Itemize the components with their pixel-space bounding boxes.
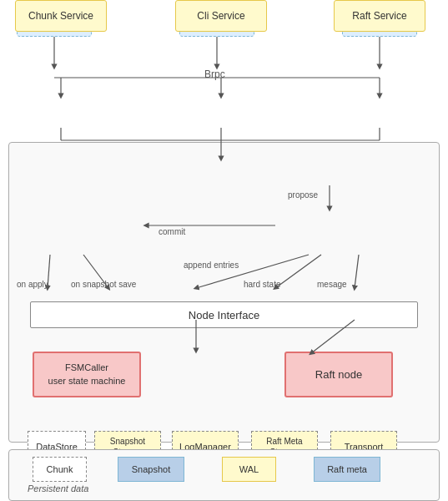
- chunk-service-box: Chunk Service: [15, 0, 107, 32]
- raft-meta-data-label: Raft meta: [327, 464, 367, 474]
- persistent-section: Chunk Snapshot WAL Raft meta Persistent …: [8, 449, 440, 501]
- append-entries-label: append entries: [184, 261, 239, 270]
- propose-label: propose: [288, 190, 318, 200]
- cli-service-label: Cli Service: [197, 10, 244, 22]
- main-container: Node Interface FSMCalleruser state machi…: [8, 142, 440, 443]
- cli-service-box: Cli Service: [175, 0, 267, 32]
- on-apply-label: on apply: [17, 280, 48, 289]
- on-snapshot-save-label: on snapshot save: [71, 280, 136, 289]
- diagram: Client MDS Peers Brpc Chunk Service Cli …: [0, 0, 448, 501]
- brpc-label: Brpc: [204, 68, 225, 80]
- node-interface-label: Node Interface: [189, 309, 259, 321]
- raft-node-label: Raft node: [315, 368, 362, 381]
- fsm-label: FSMCalleruser state machine: [48, 362, 126, 387]
- persistent-data-label: Persistent data: [28, 483, 88, 493]
- raft-service-box: Raft Service: [334, 0, 425, 32]
- commit-label: commit: [159, 227, 185, 236]
- message-label: mesage: [317, 280, 347, 289]
- snapshot-data-label: Snapshot: [132, 464, 170, 474]
- wal-data-box: WAL: [222, 457, 276, 482]
- raft-node-box: Raft node: [284, 352, 393, 397]
- chunk-data-label: Chunk: [47, 464, 73, 474]
- snapshot-data-box: Snapshot: [118, 457, 184, 482]
- raft-meta-data-box: Raft meta: [314, 457, 380, 482]
- fsm-box: FSMCalleruser state machine: [33, 352, 141, 397]
- chunk-data-box: Chunk: [33, 457, 87, 482]
- wal-data-label: WAL: [239, 464, 259, 474]
- raft-service-label: Raft Service: [352, 10, 406, 22]
- node-interface-box: Node Interface: [30, 301, 418, 328]
- chunk-service-label: Chunk Service: [28, 10, 93, 22]
- hard-state-label: hard state: [244, 280, 280, 289]
